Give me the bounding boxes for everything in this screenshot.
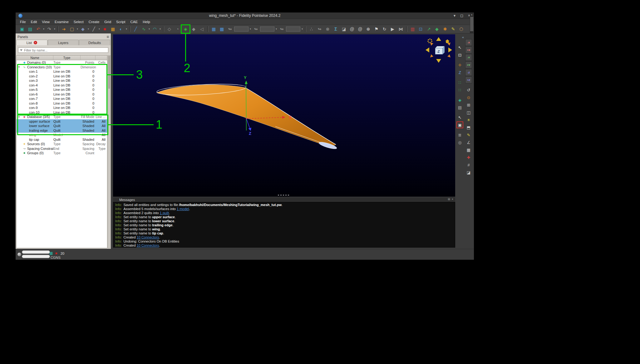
- tree-item-con-2[interactable]: con-2Line on DB0: [17, 74, 107, 79]
- distribution-input[interactable]: [286, 27, 300, 32]
- view-minus-z-button[interactable]: -Z: [465, 69, 472, 76]
- message-link[interactable]: 10 Connectors: [137, 235, 159, 239]
- fit-view-icon[interactable]: ⊞: [465, 101, 472, 108]
- panel-scrollbar-thumb[interactable]: [108, 56, 110, 89]
- pan-view-icon[interactable]: ✛: [456, 61, 463, 68]
- unstructured-domain-icon[interactable]: ▩: [218, 25, 226, 33]
- active-tool-icon[interactable]: ▣: [456, 121, 463, 128]
- tree-group-groups-0[interactable]: ■Groups (0)TypeCount: [17, 151, 107, 155]
- menu-view[interactable]: View: [39, 19, 52, 24]
- menu-examine[interactable]: Examine: [52, 19, 71, 24]
- measure-angle-icon[interactable]: ∠: [465, 139, 472, 146]
- remove-points-icon[interactable]: ⊗: [324, 25, 332, 33]
- panel-scrollbar[interactable]: [108, 55, 111, 248]
- sum-function-icon[interactable]: Σ: [332, 25, 340, 33]
- tree-group-sources-0[interactable]: ★Sources (0)TypeSpacingDecay: [17, 142, 107, 146]
- cae-monitor-icon[interactable]: ⊡: [417, 25, 425, 33]
- undo-icon[interactable]: ↶: [34, 25, 42, 33]
- crosshair-icon[interactable]: ✚: [465, 154, 472, 161]
- line-style-icon[interactable]: ╱: [90, 25, 98, 33]
- import-icon[interactable]: ➔: [60, 25, 68, 33]
- column-type[interactable]: Type: [53, 56, 81, 60]
- show-grid-icon[interactable]: ▦: [465, 146, 472, 153]
- viewport-3d[interactable]: Y X Z: [113, 34, 455, 197]
- attributes-b-icon[interactable]: @: [356, 25, 364, 33]
- zoom-grid-icon[interactable]: ◎: [456, 139, 463, 146]
- dimension-spinner-icon[interactable]: ▾: [249, 28, 252, 30]
- rotate-view-icon[interactable]: ↺: [465, 86, 472, 93]
- tree-item-lower-surface[interactable]: lower surfaceQuiltShadedAll: [17, 124, 107, 128]
- view-plus-x-button[interactable]: +X: [465, 47, 472, 53]
- tab-defaults[interactable]: Defaults: [79, 40, 110, 45]
- tree-item-con-3[interactable]: con-3Line on DB0: [17, 78, 107, 83]
- undo-dropdown-icon[interactable]: ▾: [42, 28, 45, 30]
- select-box-icon[interactable]: ⊡: [456, 52, 463, 58]
- panel-dock-icon[interactable]: ⊞: [106, 35, 109, 38]
- distribute-path-icon[interactable]: ↬: [278, 25, 286, 33]
- viewport-canvas[interactable]: Y X Z: [113, 34, 455, 197]
- layers-icon[interactable]: ≣: [456, 131, 463, 138]
- collapse-right-toolbar-icon[interactable]: «: [462, 35, 464, 39]
- menu-help[interactable]: Help: [140, 19, 153, 24]
- tree-item-con-7[interactable]: con-7Line on DB0: [17, 96, 107, 101]
- tree-group-database-3-5[interactable]: ▾◆Database (3/5)TypeFill ModeLine ...: [17, 115, 107, 119]
- redistribute-icon[interactable]: ↬: [316, 25, 323, 33]
- assemble-connectors-icon[interactable]: ◇: [165, 25, 173, 33]
- clip-box-icon[interactable]: ◪: [465, 169, 472, 176]
- reset-view-icon[interactable]: ↻: [381, 25, 388, 33]
- menu-create[interactable]: Create: [86, 19, 102, 24]
- tree-group-connectors-10[interactable]: ▾∿Connectors (10)TypeDimension: [17, 65, 107, 70]
- tools-icon[interactable]: ✱: [441, 25, 449, 33]
- perspective-icon[interactable]: ⬒: [465, 124, 472, 131]
- redo-dropdown-icon[interactable]: ▾: [53, 28, 56, 30]
- flag-view-icon[interactable]: ⚑: [372, 25, 380, 33]
- select-add-icon[interactable]: ⊕: [364, 25, 372, 33]
- view-plus-z-button[interactable]: +Z: [465, 76, 472, 83]
- tab-list-close-icon[interactable]: ×: [34, 41, 37, 44]
- spacing-points-a-icon[interactable]: ∷: [456, 79, 463, 86]
- menu-edit[interactable]: Edit: [28, 19, 40, 24]
- probe-icon[interactable]: ↖: [456, 114, 463, 121]
- tab-list[interactable]: List ×: [16, 40, 47, 45]
- shade-mode-icon[interactable]: ◐: [117, 25, 125, 33]
- assemble-domains-icon[interactable]: ◈2: [182, 25, 190, 33]
- tree-item-wing[interactable]: wingModelAll: [17, 133, 107, 137]
- copy-icon[interactable]: ▢: [68, 25, 76, 33]
- distribution-spinner-icon[interactable]: ▾: [301, 28, 303, 30]
- tree-item-con-8[interactable]: con-8Line on DB0: [17, 101, 107, 106]
- cae-boundary-icon[interactable]: ▥: [409, 25, 416, 33]
- tree-item-trailing-edge[interactable]: trailing edgeQuiltShadedAll: [17, 128, 107, 133]
- column-name[interactable]: Name: [17, 56, 53, 60]
- snap-icon[interactable]: #: [465, 161, 472, 168]
- menu-select[interactable]: Select: [71, 19, 86, 24]
- message-link[interactable]: 1 model: [177, 207, 189, 211]
- arc-tool-icon[interactable]: ◠: [151, 25, 159, 33]
- arc-tool-dropdown-icon[interactable]: ▾: [159, 28, 161, 30]
- clip-planes-icon[interactable]: ◫: [465, 109, 472, 116]
- tree-item-con-10[interactable]: con-10Line on DB0: [17, 110, 107, 115]
- structured-domain-icon[interactable]: ▦: [210, 25, 218, 33]
- tree-item-con-4[interactable]: con-4Line on DB0: [17, 83, 107, 88]
- tree-item-con-5[interactable]: con-5Line on DB0: [17, 87, 107, 92]
- save-icon[interactable]: ▣: [18, 25, 26, 33]
- tree-item-upper-surface[interactable]: upper surfaceQuiltShadedAll: [17, 119, 107, 124]
- tab-layers[interactable]: Layers: [48, 40, 79, 45]
- tree-group-domains-0[interactable]: ◆Domains (0)TypePointsCells: [17, 60, 107, 65]
- messages-scrollbar-thumb[interactable]: [470, 17, 473, 31]
- tree-item-con-1[interactable]: con-1Line on DB0: [17, 69, 107, 74]
- annotate-icon[interactable]: ✎: [449, 25, 457, 33]
- title-bar[interactable]: wing_mesh_tut* - Fidelity Pointwise 2024…: [16, 12, 474, 19]
- expand-caret-icon[interactable]: ▾: [18, 116, 22, 118]
- two-point-curve-icon[interactable]: ╱: [132, 25, 140, 33]
- panel-splitter[interactable]: [111, 33, 113, 249]
- expand-caret-icon[interactable]: ▾: [18, 66, 22, 68]
- grid-points-icon[interactable]: ∴: [308, 25, 315, 33]
- menu-script[interactable]: Script: [114, 19, 128, 24]
- tree-item-tip-cap[interactable]: tip capQuiltShadedAll: [17, 137, 107, 142]
- curve-tool-icon[interactable]: ∿: [140, 25, 148, 33]
- export-solution-icon[interactable]: ↗: [425, 25, 433, 33]
- spacing-spinner-icon[interactable]: ▾: [275, 28, 278, 30]
- view-minus-x-button[interactable]: -X: [465, 39, 472, 46]
- menu-cae[interactable]: CAE: [128, 19, 140, 24]
- messages-title-bar[interactable]: Messages ⊟ ×: [113, 197, 455, 202]
